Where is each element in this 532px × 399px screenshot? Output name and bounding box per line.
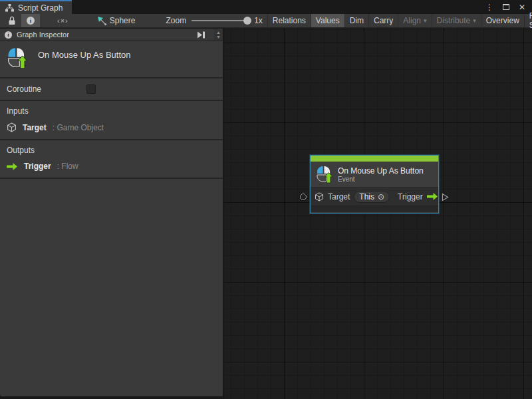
port-name: Target: [23, 123, 47, 132]
button-label: Distribute: [437, 16, 471, 25]
info-icon: i: [5, 31, 12, 39]
node-footer-strip: [311, 205, 438, 212]
object-picker-icon[interactable]: ⊙: [378, 192, 384, 201]
info-icon: i: [27, 17, 35, 25]
toolbar-view-buttons: Relations Values Dim Carry Align ▾ Distr…: [267, 14, 532, 27]
graph-inspector-toggle-button[interactable]: i: [21, 14, 40, 27]
node-header[interactable]: On Mouse Up As Button Event: [311, 162, 438, 187]
outputs-heading: Outputs: [7, 146, 216, 155]
input-port-item: Target : Game Object: [7, 122, 216, 132]
node-port-row: Target This ⊙ Trigger: [311, 187, 438, 205]
chevron-down-icon: ▾: [424, 17, 427, 24]
window-controls: ⋮ ✕: [485, 0, 532, 14]
window-menu-icon[interactable]: ⋮: [485, 3, 493, 12]
zoom-slider-handle[interactable]: [243, 17, 251, 25]
zoom-value: 1x: [254, 16, 263, 25]
graph-toolbar: i ‹×› Sphere Zoom 1x Relations Values Di…: [0, 14, 532, 28]
cube-icon: [315, 192, 324, 201]
toolbar-button-dim[interactable]: Dim: [344, 14, 368, 27]
toolbar-button-relations[interactable]: Relations: [267, 14, 311, 27]
output-port-connector[interactable]: [442, 193, 449, 201]
zoom-control: Zoom 1x: [161, 14, 267, 27]
window-close-icon[interactable]: ✕: [519, 3, 525, 12]
target-value-pill[interactable]: This ⊙: [354, 191, 390, 203]
zoom-slider[interactable]: [192, 20, 249, 21]
graph-inspector-panel: i Graph Inspector ▲ ▼ On Mouse Up As But…: [0, 29, 223, 396]
outputs-section: Outputs Trigger : Flow: [0, 140, 223, 179]
toolbar-button-distribute[interactable]: Distribute ▾: [432, 14, 481, 27]
zoom-label: Zoom: [166, 16, 186, 25]
button-label: Relations: [273, 16, 306, 25]
node-output-label: Trigger: [398, 192, 423, 201]
flow-arrow-icon: [7, 162, 18, 171]
edit-source-button[interactable]: ‹×›: [52, 14, 74, 27]
node-event-color-bar: [311, 156, 438, 162]
script-graph-pointer-icon: [97, 16, 107, 26]
pill-value: This: [359, 192, 374, 201]
graph-hierarchy-icon: [5, 4, 14, 12]
toolbar-button-overview[interactable]: Overview: [481, 14, 524, 27]
graph-canvas[interactable]: On Mouse Up As Button Event Target This …: [224, 28, 532, 399]
event-node-on-mouse-up-as-button[interactable]: On Mouse Up As Button Event Target This …: [310, 155, 439, 213]
port-name: Trigger: [24, 162, 51, 171]
graph-owner-label: Sphere: [110, 16, 136, 25]
inputs-heading: Inputs: [7, 106, 216, 116]
inputs-section: Inputs Target : Game Object: [0, 101, 223, 140]
input-port-connector[interactable]: [300, 194, 307, 200]
toolbar-button-values[interactable]: Values: [311, 14, 344, 27]
window-tab-bar: Script Graph ⋮ ✕: [0, 0, 532, 14]
node-title: On Mouse Up As Button: [338, 166, 424, 176]
node-input-label: Target: [328, 192, 350, 201]
port-type: : Game Object: [53, 123, 104, 132]
toolbar-button-fullscreen[interactable]: Full Screen: [524, 14, 532, 27]
node-header-text: On Mouse Up As Button Event: [338, 166, 424, 184]
cube-icon: [7, 122, 17, 132]
dock-panel-icon[interactable]: [197, 31, 209, 39]
toolbar-button-carry[interactable]: Carry: [368, 14, 398, 27]
mouse-up-icon: [316, 166, 332, 184]
unit-title: On Mouse Up As Button: [38, 50, 130, 60]
coroutine-label: Coroutine: [7, 84, 41, 94]
coroutine-checkbox[interactable]: [86, 84, 96, 94]
button-label: Values: [316, 16, 340, 25]
graph-owner-indicator[interactable]: Sphere: [92, 14, 140, 27]
inspector-header-title: Graph Inspector: [17, 31, 69, 39]
unit-title-section: On Mouse Up As Button: [0, 41, 223, 78]
button-label: Carry: [374, 16, 393, 25]
lock-icon: [8, 16, 16, 25]
chevron-down-icon: ▾: [473, 17, 476, 24]
output-port-item: Trigger : Flow: [7, 162, 216, 171]
node-subtitle: Event: [338, 176, 424, 184]
tab-label: Script Graph: [18, 3, 63, 13]
button-label: Dim: [350, 16, 364, 25]
button-label: Align: [403, 16, 421, 25]
port-type: : Flow: [57, 162, 78, 171]
window-maximize-icon[interactable]: [503, 4, 509, 10]
lock-button[interactable]: [3, 14, 21, 27]
button-label: Full Screen: [529, 11, 532, 30]
spinner-down-icon[interactable]: ▼: [216, 35, 221, 39]
inspector-header: i Graph Inspector ▲ ▼: [0, 29, 223, 41]
spinner-up-icon[interactable]: ▲: [216, 31, 221, 35]
button-label: Overview: [486, 16, 519, 25]
coroutine-row: Coroutine: [0, 78, 223, 101]
code-icon: ‹×›: [57, 17, 68, 25]
mouse-up-icon: [7, 47, 27, 69]
toolbar-button-align[interactable]: Align ▾: [398, 14, 431, 27]
flow-arrow-icon: [427, 192, 438, 201]
tab-script-graph[interactable]: Script Graph: [0, 0, 72, 14]
scroll-spinner[interactable]: ▲ ▼: [214, 29, 223, 41]
